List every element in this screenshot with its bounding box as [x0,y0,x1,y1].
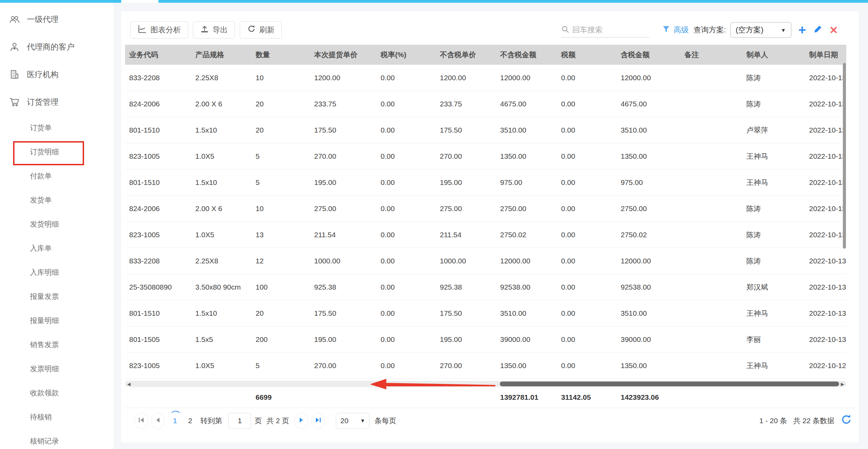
scheme-label: 查询方案: [694,25,726,35]
table-cell: 1.5x5 [191,335,251,344]
table-cell: 175.50 [436,309,496,317]
per-page-label: 条每页 [374,416,396,426]
reload-icon[interactable] [840,414,852,427]
refresh-label: 刷新 [259,25,275,35]
top-bar-notch [121,0,158,3]
sidebar-subitem-7[interactable]: 报量发票 [0,284,114,309]
sidebar-subitem-4[interactable]: 发货明细 [0,212,114,236]
sidebar-item-2[interactable]: 医疗机构 [0,61,114,88]
chart-analysis-button[interactable]: 图表分析 [130,21,188,39]
column-header-6[interactable]: 不含税金额 [496,50,557,60]
sidebar-subitem-1[interactable]: 订货明细 [0,140,114,164]
column-header-8[interactable]: 含税金额 [617,50,680,60]
sidebar-item-0[interactable]: 一级代理 [0,6,114,33]
scroll-right-icon[interactable]: ▶ [841,381,844,387]
column-header-11[interactable]: 制单日期 [805,50,846,60]
table-cell: 2750.00 [617,205,680,213]
sidebar-subitem-10[interactable]: 发票明细 [0,357,114,381]
table-cell: 4675.00 [617,100,680,108]
sidebar-subitem-label: 发票明细 [30,365,59,373]
page-button-2[interactable]: 2 [183,413,198,429]
table-row[interactable]: 801-15101.5x1020175.500.00175.503510.000… [125,300,846,326]
page-size-select[interactable]: 20 ▼ [336,413,370,429]
column-header-5[interactable]: 不含税单价 [436,50,496,60]
table-cell: 0.00 [557,178,617,187]
sidebar-subitem-0[interactable]: 订货单 [0,116,114,140]
column-header-7[interactable]: 税额 [557,50,617,60]
table-row[interactable]: 824-20062.00 X 620233.750.00233.754675.0… [125,91,846,117]
sidebar-subitem-9[interactable]: 销售发票 [0,333,114,357]
table-cell: 1.5x10 [191,178,251,187]
prev-page-button[interactable] [151,413,165,429]
table-cell: 233.75 [310,100,376,108]
table-cell: 833-2208 [125,257,191,265]
sidebar-subitem-2[interactable]: 付款单 [0,164,114,188]
table-row[interactable]: 824-20062.00 X 610275.000.00275.002750.0… [125,196,846,222]
table-cell: 1350.00 [617,362,680,370]
table-cell: 2022-10-13 [805,205,846,213]
last-page-button[interactable] [311,413,325,429]
column-header-9[interactable]: 备注 [680,50,742,60]
export-button[interactable]: 导出 [193,21,235,39]
goto-page-input[interactable] [228,413,251,429]
caret-down-icon: ▼ [360,418,365,424]
advanced-link[interactable]: 高级 [674,25,689,35]
sidebar-subitem-6[interactable]: 入库明细 [0,260,114,284]
table-cell: 4675.00 [496,100,557,108]
table-row[interactable]: 833-22082.25X8101200.000.001200.0012000.… [125,65,846,91]
table-row[interactable]: 833-22082.25X8121000.000.001000.0012000.… [125,248,846,274]
table-row[interactable]: 823-10051.0X55270.000.00270.001350.000.0… [125,143,846,169]
table-cell: 0.00 [376,362,436,370]
table-cell: 270.00 [310,152,376,160]
sidebar-subitem-3[interactable]: 发货单 [0,188,114,212]
sidebar-subitem-5[interactable]: 入库单 [0,236,114,260]
scheme-select[interactable]: (空方案) ▼ [730,22,792,38]
table-row[interactable]: 801-15051.5x5200195.000.00195.0039000.00… [125,326,846,353]
horizontal-scrollbar-thumb[interactable] [500,382,839,386]
table-row[interactable]: 25-350808903.50x80 90cm100925.380.00925.… [125,274,846,300]
add-scheme-button[interactable]: + [798,25,806,35]
search-area: 高级 查询方案: (空方案) ▼ + ✕ [561,22,838,38]
summary-cell: 6699 [251,393,310,401]
first-page-button[interactable] [134,413,148,429]
column-header-10[interactable]: 制单人 [742,50,805,60]
delete-scheme-button[interactable]: ✕ [829,24,838,36]
table-row[interactable]: 823-10051.0X55270.000.00270.001350.000.0… [125,353,846,379]
sidebar-item-1[interactable]: 代理商的客户 [0,33,114,61]
sidebar-subitem-13[interactable]: 核销记录 [0,429,114,449]
search-input[interactable] [572,25,647,34]
edit-scheme-button[interactable] [813,24,823,35]
column-header-1[interactable]: 产品规格 [191,50,251,60]
caret-down-icon: ▼ [781,27,786,33]
sidebar-subitem-8[interactable]: 报量明细 [0,309,114,333]
next-page-button[interactable] [294,413,308,429]
table-cell: 0.00 [376,283,436,291]
sidebar-subitem-12[interactable]: 待核销 [0,405,114,429]
table-row[interactable]: 823-10051.0X513211.540.00211.542750.020.… [125,222,846,248]
refresh-button[interactable]: 刷新 [240,21,282,39]
table-cell: 275.00 [436,205,496,213]
column-header-4[interactable]: 税率(%) [376,50,436,60]
table-cell: 0.00 [557,205,617,213]
goto-prefix-label: 转到第 [200,416,222,426]
table-cell: 975.00 [496,178,557,187]
table-row[interactable]: 801-15101.5x105195.000.00195.00975.000.0… [125,169,846,196]
sidebar-item-3[interactable]: 订货管理 [0,88,114,116]
table-row[interactable]: 801-15101.5x1020175.500.00175.503510.000… [125,117,846,143]
column-header-0[interactable]: 业务代码 [125,50,191,60]
page-button-1[interactable]: 1 [167,413,183,429]
scroll-left-icon[interactable]: ◀ [127,381,131,387]
column-header-2[interactable]: 数量 [251,50,310,60]
table-cell: 陈涛 [742,99,805,109]
sidebar-subitem-label: 付款单 [30,172,52,180]
table-cell: 3510.00 [496,126,557,134]
column-header-3[interactable]: 本次提货单价 [310,50,376,60]
filter-icon[interactable] [662,25,670,35]
table-cell: 3.50x80 90cm [191,283,251,291]
vertical-scrollbar-thumb[interactable] [843,63,846,249]
sidebar-subitem-label: 发货明细 [30,220,59,228]
sidebar-subitem-11[interactable]: 收款领款 [0,381,114,405]
table-cell: 195.00 [436,178,496,187]
table-cell: 5 [251,152,310,160]
table-cell: 0.00 [376,309,436,317]
